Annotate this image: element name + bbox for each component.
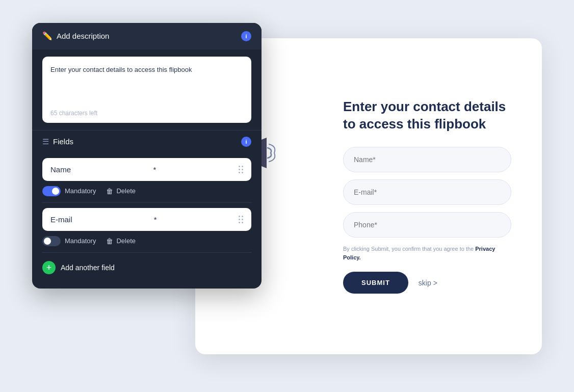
field-name-controls: Mandatory 🗑 Delete xyxy=(32,181,262,196)
fields-section: ☰ Fields i Name * xyxy=(32,130,262,278)
field-drag-handle[interactable] xyxy=(239,166,243,173)
email-delete-button[interactable]: 🗑 Delete xyxy=(106,237,136,245)
field-email-controls: Mandatory 🗑 Delete xyxy=(32,231,262,246)
trash-icon-2: 🗑 xyxy=(106,237,113,245)
field-name-item: Name * xyxy=(42,158,251,181)
name-mandatory-label: Mandatory xyxy=(65,187,96,195)
fields-label: Fields xyxy=(53,137,73,146)
left-panel: ✏️ Add description i Enter your contact … xyxy=(32,23,262,289)
description-text: Enter your contact details to access thi… xyxy=(50,65,243,75)
email-drag-handle[interactable] xyxy=(239,216,243,223)
add-icon: + xyxy=(42,261,56,274)
submit-button[interactable]: SUBMIT xyxy=(343,272,408,294)
form-area: Enter your contact details to access thi… xyxy=(343,98,511,294)
form-title: Enter your contact details to access thi… xyxy=(343,98,511,133)
phone-input[interactable] xyxy=(343,212,511,238)
field-email-label: E-mail xyxy=(50,215,72,224)
info-icon[interactable]: i xyxy=(241,31,251,41)
form-actions: SUBMIT skip > xyxy=(343,272,511,294)
name-delete-button[interactable]: 🗑 Delete xyxy=(106,187,136,195)
name-mandatory-toggle[interactable]: Mandatory xyxy=(42,186,96,196)
field-name-label: Name xyxy=(50,165,71,174)
pencil-icon: ✏️ xyxy=(42,31,53,41)
fields-info-icon[interactable]: i xyxy=(241,137,251,147)
field-email-item: E-mail * xyxy=(42,208,251,231)
name-toggle[interactable] xyxy=(42,186,61,196)
email-input[interactable] xyxy=(343,179,511,205)
privacy-text: By clicking Submit, you confirm that you… xyxy=(343,245,511,262)
add-field-button[interactable]: + Add another field xyxy=(32,253,262,278)
divider-1 xyxy=(42,202,251,203)
skip-link[interactable]: skip > xyxy=(419,279,437,287)
panel-header-title: Add description xyxy=(57,32,109,40)
add-field-label: Add another field xyxy=(61,264,115,272)
email-mandatory-label: Mandatory xyxy=(65,237,96,245)
trash-icon: 🗑 xyxy=(106,187,113,195)
field-email-asterisk: * xyxy=(154,215,157,224)
char-count: 65 characters left xyxy=(50,110,97,117)
name-delete-label: Delete xyxy=(116,187,136,195)
email-mandatory-toggle[interactable]: Mandatory xyxy=(42,236,96,246)
fields-icon: ☰ xyxy=(42,137,49,146)
panel-header: ✏️ Add description i xyxy=(32,23,262,49)
description-box: Enter your contact details to access thi… xyxy=(42,57,251,123)
fields-header: ☰ Fields i xyxy=(32,130,262,153)
field-name-asterisk: * xyxy=(153,165,156,174)
email-delete-label: Delete xyxy=(116,237,136,245)
name-input[interactable] xyxy=(343,147,511,172)
email-toggle[interactable] xyxy=(42,236,61,246)
